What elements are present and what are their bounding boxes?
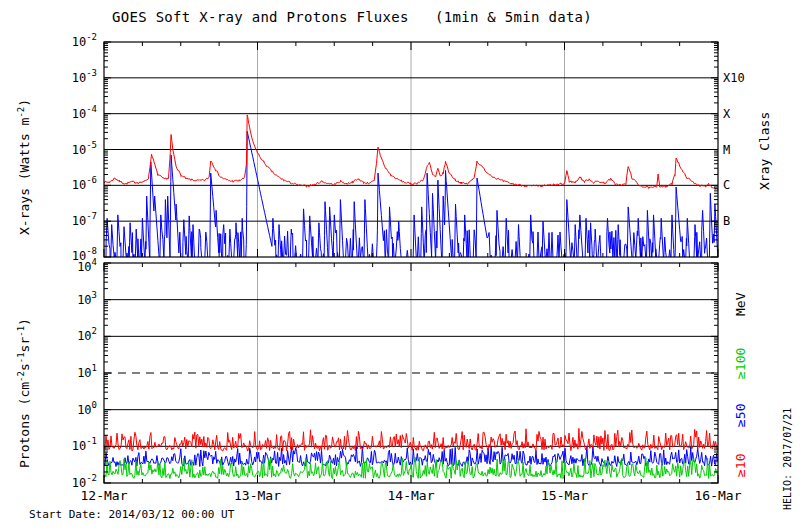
y-tick-label: 10-6 xyxy=(72,175,97,192)
x-tick-label: 15-Mar xyxy=(541,488,588,503)
x-tick-label: 13-Mar xyxy=(234,488,281,503)
chart-title: GOES Soft X-ray and Protons Fluxes (1min… xyxy=(112,9,592,25)
y-tick-label: 10-4 xyxy=(72,104,97,121)
y-tick-label: 104 xyxy=(77,257,97,274)
xray-class-label: M xyxy=(723,143,730,157)
xray-class-axis-title: Xray Class xyxy=(757,112,772,190)
x-tick-label: 12-Mar xyxy=(81,488,128,503)
y-tick-label: 10-5 xyxy=(72,140,97,157)
xray-class-label: B xyxy=(723,214,730,228)
y-tick-label: 100 xyxy=(77,400,97,417)
y-tick-label: 103 xyxy=(77,290,97,307)
legend-ge10-label: ≥10 xyxy=(733,454,748,477)
credit-stamp: HELIO: 2017/07/21 xyxy=(782,408,793,510)
y-tick-label: 10-2 xyxy=(72,32,97,49)
x-tick-label: 16-Mar xyxy=(695,488,742,503)
y-tick-label: 10-3 xyxy=(72,68,97,85)
xray-class-label: X10 xyxy=(723,71,745,85)
xray-axis-title: X-rays (Watts m-2) xyxy=(17,99,32,235)
x-tick-label: 14-Mar xyxy=(388,488,435,503)
legend-ge50-label: ≥50 xyxy=(733,404,748,427)
mev-axis-title: MeV xyxy=(733,293,748,316)
legend-ge100-label: ≥100 xyxy=(733,348,748,379)
y-tick-label: 102 xyxy=(77,326,97,343)
xray-class-label: X xyxy=(723,107,731,121)
y-tick-label: 10-7 xyxy=(72,211,97,228)
goes-flux-figure: 10-210-310-410-510-610-710-8104103102101… xyxy=(0,0,800,530)
start-date-label: Start Date: 2014/03/12 00:00 UT xyxy=(29,508,234,521)
plot-canvas: 10-210-310-410-510-610-710-8104103102101… xyxy=(0,0,800,530)
y-tick-label: 101 xyxy=(77,363,97,380)
y-tick-label: 10-1 xyxy=(72,436,97,453)
xray-class-label: C xyxy=(723,178,730,192)
proton-axis-title: Protons (cm-2s-1sr-1) xyxy=(17,318,32,468)
